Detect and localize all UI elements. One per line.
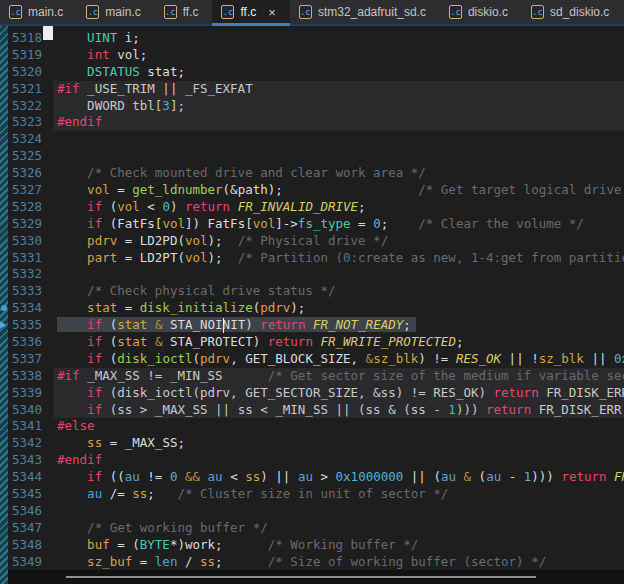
line-number[interactable]: 5332 [8,266,44,283]
code-line-text[interactable]: pdrv = LD2PD(vol); /* Physical drive */ [53,233,624,250]
code-line-text[interactable]: au /= ss; /* Cluster size in unit of sec… [53,486,624,503]
glyph-margin[interactable] [44,520,53,537]
code-line-text[interactable]: if (vol < 0) return FR_INVALID_DRIVE; [53,199,624,216]
code-editor-area[interactable]: 5318 UINT i;5319 int vol;5320 DSTATUS st… [0,26,624,570]
line-number[interactable]: 5349 [8,554,44,570]
code-line-text[interactable]: if ((au != 0 && au < ss) || au > 0x10000… [53,469,624,486]
glyph-margin[interactable] [44,283,53,300]
tab-ff.c-active[interactable]: .cff.c× [212,0,289,24]
code-line-text[interactable]: DSTATUS stat; [53,64,624,81]
code-line-text[interactable]: if (ss > _MAX_SS || ss < _MIN_SS || (ss … [53,402,624,419]
code-line-text[interactable]: /* Check mounted drive and clear work ar… [53,165,624,182]
glyph-margin[interactable] [44,368,53,385]
line-number[interactable]: 5333 [8,283,44,300]
glyph-margin[interactable] [44,435,53,452]
code-line-text[interactable]: if (disk_ioctl(pdrv, GET_BLOCK_SIZE, &sz… [53,351,624,368]
line-number[interactable]: 5321 [8,81,44,98]
tab-main.c[interactable]: .cmain.c [0,0,77,24]
code-line-text[interactable]: sz_buf = len / ss; /* Size of working bu… [53,554,624,570]
code-line-text[interactable]: #endif [53,114,624,131]
glyph-margin[interactable] [44,554,53,570]
code-line-text[interactable]: /* Get working buffer */ [53,520,624,537]
code-line-text[interactable]: if (FatFs[vol]) FatFs[vol]->fs_type = 0;… [53,216,624,233]
glyph-margin[interactable] [44,131,53,148]
glyph-margin[interactable] [44,351,53,368]
line-number[interactable]: 5323 [8,114,44,131]
line-number[interactable]: 5326 [8,165,44,182]
line-number[interactable]: 5329 [8,216,44,233]
line-number[interactable]: 5341 [8,418,44,435]
glyph-margin[interactable] [44,148,53,165]
glyph-margin[interactable] [44,266,53,283]
line-number[interactable]: 5324 [8,131,44,148]
line-number[interactable]: 5318 [8,30,44,47]
glyph-margin[interactable] [44,537,53,554]
tab-main.c[interactable]: .cmain.c [77,0,154,24]
code-line-text[interactable]: buf = (BYTE*)work; /* Working buffer */ [53,537,624,554]
line-number[interactable]: 5346 [8,503,44,520]
code-line-text[interactable] [53,131,624,148]
horizontal-scrollbar[interactable] [8,570,624,584]
code-line-text[interactable]: part = LD2PT(vol); /* Partition (0:creat… [53,250,624,267]
code-line-text[interactable]: /* Check physical drive status */ [53,283,624,300]
line-number[interactable]: 5319 [8,47,44,64]
glyph-margin[interactable] [44,64,53,81]
tab-ff.c[interactable]: .cff.c [155,0,213,24]
glyph-margin[interactable] [44,503,53,520]
close-icon[interactable]: × [268,5,276,20]
line-number[interactable]: 5327 [8,182,44,199]
line-number[interactable]: 5336 [8,334,44,351]
line-number[interactable]: 5328 [8,199,44,216]
glyph-margin[interactable] [44,317,53,334]
line-number[interactable]: 5345 [8,486,44,503]
code-line-text[interactable]: #if _USE_TRIM || _FS_EXFAT [53,81,624,98]
code-line-text[interactable]: ss = _MAX_SS; [53,435,624,452]
tab-sd_diskio.c[interactable]: .csd_diskio.c [522,0,623,24]
line-number[interactable]: 5340 [8,402,44,419]
code-line-text[interactable]: vol = get_ldnumber(&path); /* Get target… [53,182,624,199]
glyph-margin[interactable] [44,334,53,351]
glyph-margin[interactable] [44,216,53,233]
code-line-text[interactable]: #if _MAX_SS != _MIN_SS /* Get sector siz… [53,368,624,385]
glyph-margin[interactable] [44,81,53,98]
glyph-margin[interactable] [44,233,53,250]
glyph-margin[interactable] [44,98,53,115]
line-number[interactable]: 5344 [8,469,44,486]
glyph-margin[interactable] [44,114,53,131]
code-line-text[interactable]: #endif [53,452,624,469]
code-line-text[interactable] [53,266,624,283]
code-line-text[interactable]: int vol; [53,47,624,64]
tab-diskio.c[interactable]: .cdiskio.c [440,0,522,24]
glyph-margin[interactable] [44,402,53,419]
glyph-margin[interactable] [44,47,53,64]
glyph-margin[interactable] [44,165,53,182]
code-line-text[interactable]: #else [53,418,624,435]
glyph-margin[interactable] [44,300,53,317]
glyph-margin[interactable] [44,486,53,503]
line-number[interactable]: 5339 [8,385,44,402]
line-number[interactable]: 5334 [8,300,44,317]
glyph-margin[interactable] [44,182,53,199]
line-number[interactable]: 5335 [8,317,44,334]
line-number[interactable]: 5342 [8,435,44,452]
line-number[interactable]: 5322 [8,98,44,115]
line-number[interactable]: 5338 [8,368,44,385]
code-line-text[interactable]: if (stat & STA_PROTECT) return FR_WRITE_… [53,334,624,351]
code-line-text[interactable]: if (stat & STA_NOINIT) return FR_NOT_REA… [53,317,624,334]
horizontal-scrollbar-thumb[interactable] [66,576,536,578]
line-number[interactable]: 5320 [8,64,44,81]
code-line-text[interactable]: DWORD tbl[3]; [53,98,624,115]
line-number[interactable]: 5343 [8,452,44,469]
code-line-text[interactable]: UINT i; [53,30,624,47]
glyph-margin[interactable] [44,385,53,402]
line-number[interactable]: 5337 [8,351,44,368]
glyph-margin[interactable] [44,452,53,469]
glyph-margin[interactable] [44,250,53,267]
code-line-text[interactable]: stat = disk_initialize(pdrv); [53,300,624,317]
line-number[interactable]: 5348 [8,537,44,554]
glyph-margin[interactable] [44,199,53,216]
tab-stm32_adafruit_sd.c[interactable]: .cstm32_adafruit_sd.c [290,0,440,24]
glyph-margin[interactable] [44,418,53,435]
glyph-margin[interactable] [44,469,53,486]
line-number[interactable]: 5330 [8,233,44,250]
